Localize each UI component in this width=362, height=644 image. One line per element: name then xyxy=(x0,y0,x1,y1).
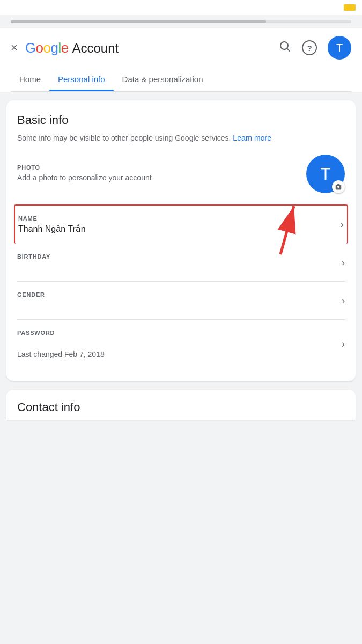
scrollbar-track[interactable] xyxy=(11,20,351,23)
gender-row[interactable]: GENDER › xyxy=(17,282,345,320)
camera-icon[interactable] xyxy=(332,180,345,193)
name-row[interactable]: NAME Thanh Ngân Trần › xyxy=(14,204,348,244)
battery-icon xyxy=(344,4,356,11)
logo-o1: o xyxy=(36,40,43,56)
gender-chevron: › xyxy=(342,295,345,306)
birthday-row[interactable]: BIRTHDAY › xyxy=(17,244,345,282)
header: × Google Account ? T Home Personal info xyxy=(0,28,362,92)
birthday-chevron: › xyxy=(342,257,345,268)
tabs: Home Personal info Data & personalizatio… xyxy=(11,67,351,92)
logo-e: e xyxy=(61,40,69,56)
birthday-value xyxy=(17,262,72,271)
password-chevron: › xyxy=(342,339,345,350)
learn-more-link[interactable]: Learn more xyxy=(233,134,271,142)
status-bar xyxy=(0,0,362,15)
contact-info-title: Contact info xyxy=(17,400,345,414)
birthday-label: BIRTHDAY xyxy=(17,253,72,260)
svg-line-1 xyxy=(287,49,290,52)
logo-g2: g xyxy=(51,40,58,56)
password-label: PASSWORD xyxy=(17,330,105,336)
password-row[interactable]: PASSWORD Last changed Feb 7, 2018 › xyxy=(17,320,345,368)
gender-value xyxy=(17,300,46,309)
photo-section[interactable]: PHOTO Add a photo to personalize your ac… xyxy=(17,155,345,204)
scrollbar-thumb[interactable] xyxy=(11,20,266,23)
tab-data-personalization[interactable]: Data & personalization xyxy=(114,67,212,91)
name-value: Thanh Ngân Trần xyxy=(18,224,86,234)
contact-info-card: Contact info xyxy=(6,390,356,420)
photo-description: Add a photo to personalize your account xyxy=(17,173,152,184)
tab-personal-info[interactable]: Personal info xyxy=(49,67,114,91)
help-icon[interactable]: ? xyxy=(302,40,317,55)
scroll-area xyxy=(0,15,362,28)
tab-home[interactable]: Home xyxy=(11,67,49,91)
close-button[interactable]: × xyxy=(11,42,18,54)
basic-info-title: Basic info xyxy=(17,113,345,127)
account-label: Account xyxy=(72,41,119,55)
logo-g: G xyxy=(25,40,36,56)
name-chevron: › xyxy=(341,219,344,230)
search-icon[interactable] xyxy=(278,40,291,56)
password-value xyxy=(17,338,39,347)
photo-avatar[interactable]: T xyxy=(306,155,345,193)
photo-label: PHOTO xyxy=(17,164,152,171)
password-note: Last changed Feb 7, 2018 xyxy=(17,350,105,358)
basic-info-subtitle: Some info may be visible to other people… xyxy=(17,133,345,144)
avatar[interactable]: T xyxy=(328,36,351,60)
logo-o2: o xyxy=(43,40,51,56)
main-content: Basic info Some info may be visible to o… xyxy=(0,92,362,428)
basic-info-card: Basic info Some info may be visible to o… xyxy=(6,100,356,381)
google-logo: Google Account xyxy=(25,40,119,56)
header-icons: ? T xyxy=(278,36,351,60)
gender-label: GENDER xyxy=(17,291,46,298)
name-label: NAME xyxy=(18,215,86,222)
